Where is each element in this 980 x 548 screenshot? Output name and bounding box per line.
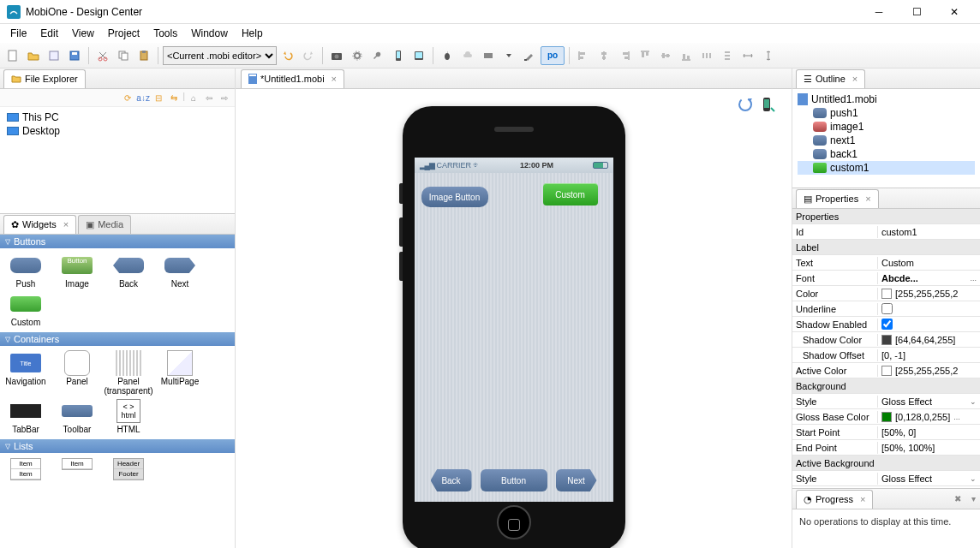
widget-list-items[interactable]: ItemItem (3, 458, 48, 480)
collapse-icon[interactable]: ⊟ (152, 91, 165, 104)
menu-project[interactable]: Project (101, 26, 146, 41)
widgets-tab[interactable]: ✿ Widgets × (3, 215, 76, 234)
prop-shadow-offset[interactable]: Shadow Offset[0, -1] (792, 348, 980, 363)
open-folder-icon[interactable] (24, 46, 43, 65)
same-height-icon[interactable] (759, 46, 778, 65)
underline-checkbox[interactable] (881, 303, 893, 314)
widget-toolbar[interactable]: Toolbar (55, 399, 99, 434)
editor-selector[interactable]: <Current .mobi editor> (163, 46, 277, 65)
paste-icon[interactable] (134, 46, 153, 65)
properties-tab[interactable]: ▤ Properties × (796, 189, 879, 208)
widget-panel-transparent[interactable]: Panel (transparent) (106, 351, 151, 396)
refresh-icon[interactable]: ⟳ (121, 91, 134, 104)
canvas-back-button[interactable]: Back (431, 469, 472, 491)
canvas-custom-button[interactable]: Custom (543, 183, 598, 206)
prop-group-properties[interactable]: Properties (792, 209, 980, 224)
menu-help[interactable]: Help (235, 26, 270, 41)
disk-icon[interactable] (479, 46, 498, 65)
outline-tab[interactable]: ☰ Outline × (796, 69, 865, 88)
close-button[interactable]: ✕ (935, 0, 973, 24)
dist-v-icon[interactable] (718, 46, 737, 65)
prop-underline[interactable]: Underline (792, 301, 980, 317)
shadow-enabled-checkbox[interactable] (881, 319, 893, 330)
progress-tab[interactable]: ◔ Progress × (796, 490, 873, 509)
close-icon[interactable]: × (63, 219, 69, 229)
prop-group-background[interactable]: Background (792, 378, 980, 394)
file-explorer-tab[interactable]: File Explorer (3, 69, 86, 88)
menu-window[interactable]: Window (184, 26, 235, 41)
widget-navigation[interactable]: TitleNavigation (3, 351, 48, 396)
editor-tab[interactable]: *Untitled1.mobi × (241, 69, 344, 88)
device-icon[interactable] (759, 96, 776, 113)
media-tab[interactable]: ▣ Media (78, 215, 131, 234)
close-icon[interactable]: × (852, 74, 858, 84)
cloud-icon[interactable] (458, 46, 477, 65)
sort-icon[interactable]: a↓z (136, 91, 150, 104)
outline-custom1[interactable]: custom1 (798, 161, 975, 175)
outline-push1[interactable]: push1 (798, 106, 975, 120)
prop-start-point[interactable]: Start Point[50%, 0] (792, 425, 980, 440)
widget-back[interactable]: Back (106, 253, 151, 289)
widget-custom[interactable]: Custom (3, 292, 48, 327)
group-containers[interactable]: ▽Containers (0, 332, 235, 346)
gear-icon[interactable] (348, 46, 367, 65)
outline-back1[interactable]: back1 (798, 147, 975, 161)
menu-tools[interactable]: Tools (146, 26, 184, 41)
config-icon[interactable] (520, 46, 539, 65)
menu-edit[interactable]: Edit (33, 26, 65, 41)
link-icon[interactable]: ⇆ (167, 91, 181, 104)
align-right-icon[interactable] (615, 46, 634, 65)
undo-icon[interactable] (278, 46, 297, 65)
group-buttons[interactable]: ▽Buttons (0, 235, 235, 248)
close-icon[interactable]: × (332, 74, 337, 84)
align-center-h-icon[interactable] (595, 46, 613, 65)
widget-panel[interactable]: Panel (55, 351, 99, 396)
cut-icon[interactable] (93, 46, 112, 65)
rotate-icon[interactable] (737, 96, 754, 113)
outline-image1[interactable]: image1 (798, 120, 975, 134)
tree-node-thispc[interactable]: This PC (7, 110, 228, 124)
run-down-icon[interactable] (499, 46, 518, 65)
minimize-button[interactable]: ─ (860, 0, 898, 24)
tree-node-desktop[interactable]: Desktop (7, 124, 228, 138)
outline-root[interactable]: Untitled1.mobi (798, 92, 975, 106)
widget-list-item[interactable]: Item (55, 458, 99, 480)
menu-file[interactable]: File (3, 26, 33, 41)
perspective-icon[interactable]: po (541, 46, 565, 65)
prop-active-bg-style[interactable]: StyleGloss Effect⌄ (792, 471, 980, 486)
nav-fwd-icon[interactable]: ⇨ (218, 91, 231, 104)
prop-font[interactable]: FontAbcde...... (792, 271, 980, 286)
mobile-icon[interactable] (389, 46, 408, 65)
menu-dropdown-icon[interactable]: ▾ (966, 492, 980, 506)
prop-active-color[interactable]: Active Color[255,255,255,2 (792, 363, 980, 378)
camera-icon[interactable] (327, 46, 346, 65)
maximize-button[interactable]: ☐ (898, 0, 935, 24)
prop-id[interactable]: Idcustom1 (792, 224, 980, 240)
wrench-icon[interactable] (368, 46, 387, 65)
prop-group-label[interactable]: Label (792, 240, 980, 255)
prop-bg-style[interactable]: StyleGloss Effect⌄ (792, 394, 980, 409)
align-middle-v-icon[interactable] (656, 46, 675, 65)
save-icon[interactable] (65, 46, 84, 65)
close-icon[interactable]: × (865, 194, 870, 204)
nav-back-icon[interactable]: ⇦ (202, 91, 216, 104)
prop-color[interactable]: Color[255,255,255,2 (792, 286, 980, 301)
dist-h-icon[interactable] (697, 46, 716, 65)
prop-end-point[interactable]: End Point[50%, 100%] (792, 440, 980, 456)
copy-icon[interactable] (114, 46, 133, 65)
widget-next[interactable]: Next (158, 253, 202, 289)
same-width-icon[interactable] (738, 46, 757, 65)
widget-multipage[interactable]: MultiPage (158, 351, 202, 396)
design-canvas[interactable]: ▂▄▆ CARRIER ᯤ 12:00 PM Image Button Cust… (236, 89, 792, 548)
align-top-icon[interactable] (636, 46, 654, 65)
prop-text[interactable]: TextCustom (792, 255, 980, 271)
tablet-icon[interactable] (409, 46, 428, 65)
canvas-button[interactable]: Button (481, 469, 547, 491)
widget-tabbar[interactable]: TabBar (3, 399, 48, 434)
widget-image[interactable]: ButtonImage (55, 253, 99, 289)
prop-group-active-bg[interactable]: Active Background (792, 456, 980, 471)
prop-shadow-color[interactable]: Shadow Color[64,64,64,255] (792, 332, 980, 348)
group-lists[interactable]: ▽Lists (0, 439, 235, 453)
widget-list-headerfooter[interactable]: HeaderFooter (106, 458, 151, 480)
home-icon[interactable]: ⌂ (187, 91, 200, 104)
